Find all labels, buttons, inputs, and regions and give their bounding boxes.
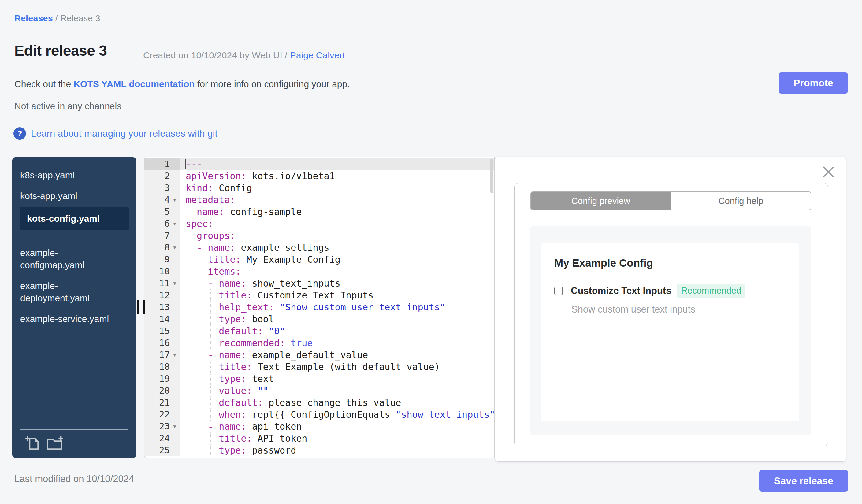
code-text[interactable]: spec: <box>180 218 494 230</box>
sidebar-actions <box>25 435 64 452</box>
code-line[interactable]: 12 title: Customize Text Inputs <box>144 289 494 301</box>
code-line[interactable]: 21 default: please change this value <box>144 397 494 409</box>
code-text[interactable]: - name: example_settings <box>180 242 494 253</box>
code-line[interactable]: 9 title: My Example Config <box>144 253 494 265</box>
code-text[interactable]: default: "0" <box>180 325 494 337</box>
indent-guide <box>210 445 211 456</box>
line-number: 20 <box>144 385 180 397</box>
code-line[interactable]: 15 default: "0" <box>144 325 494 337</box>
code-text[interactable]: title: Text Example (with default value) <box>180 361 494 373</box>
code-text[interactable]: groups: <box>180 230 494 242</box>
fold-widget-icon[interactable]: ▾ <box>171 349 178 361</box>
code-line[interactable]: 3kind: Config <box>144 182 494 194</box>
code-line[interactable]: 1--- <box>144 158 494 170</box>
code-text[interactable]: recommended: true <box>180 337 494 349</box>
tab-config-help[interactable]: Config help <box>670 192 811 210</box>
sidebar-file-kots-config-yaml[interactable]: kots-config.yaml <box>19 207 129 230</box>
code-line[interactable]: 11▾ - name: show_text_inputs <box>144 277 494 289</box>
code-line[interactable]: 10 items: <box>144 265 494 277</box>
code-text[interactable]: title: My Example Config <box>180 253 494 265</box>
code-line[interactable]: 14 type: bool <box>144 313 494 325</box>
add-file-icon[interactable] <box>25 435 39 452</box>
close-icon[interactable] <box>821 165 835 179</box>
code-line[interactable]: 22 when: repl{{ ConfigOptionEquals "show… <box>144 409 494 421</box>
code-text[interactable]: help_text: "Show custom user text inputs… <box>180 301 494 313</box>
code-text[interactable]: name: config-sample <box>180 206 494 218</box>
sidebar-file-example-configmap-yaml[interactable]: example-configmap.yaml <box>12 243 136 275</box>
code-text[interactable]: type: password <box>180 445 494 456</box>
promote-button[interactable]: Promote <box>779 72 848 94</box>
config-preview-area: My Example Config Customize Text Inputs … <box>531 226 811 435</box>
fold-widget-icon[interactable]: ▾ <box>171 194 178 206</box>
code-text[interactable]: kind: Config <box>180 182 494 194</box>
code-text[interactable]: title: Customize Text Inputs <box>180 289 494 301</box>
code-text[interactable]: type: text <box>180 373 494 385</box>
code-lines: 1---2apiVersion: kots.io/v1beta13kind: C… <box>144 158 494 456</box>
yaml-editor[interactable]: 1---2apiVersion: kots.io/v1beta13kind: C… <box>144 157 495 458</box>
code-text[interactable]: items: <box>180 265 494 277</box>
code-text[interactable]: value: "" <box>180 385 494 397</box>
save-release-button[interactable]: Save release <box>759 470 848 492</box>
editor-scrollbar-thumb[interactable] <box>490 159 493 193</box>
code-line[interactable]: 2apiVersion: kots.io/v1beta1 <box>144 170 494 182</box>
line-number: 17▾ <box>144 349 180 361</box>
code-text[interactable]: --- <box>180 158 494 170</box>
line-number: 19 <box>144 373 180 385</box>
tab-config-preview[interactable]: Config preview <box>531 192 670 210</box>
code-line[interactable]: 17▾ - name: example_default_value <box>144 349 494 361</box>
doc-line: Check out the KOTS YAML documentation fo… <box>14 79 350 89</box>
code-text[interactable]: - name: api_token <box>180 421 494 433</box>
code-text[interactable]: - name: show_text_inputs <box>180 277 494 289</box>
help-question-icon[interactable]: ? <box>13 127 26 140</box>
file-sidebar: k8s-app.yamlkots-app.yamlkots-config.yam… <box>12 157 136 458</box>
code-text[interactable]: title: API token <box>180 433 494 445</box>
line-number: 7 <box>144 230 180 242</box>
created-author-link[interactable]: Paige Calvert <box>290 50 345 60</box>
fold-widget-icon[interactable]: ▾ <box>171 277 178 289</box>
code-line[interactable]: 13 help_text: "Show custom user text inp… <box>144 301 494 313</box>
code-line[interactable]: 7 groups: <box>144 230 494 242</box>
line-number: 18 <box>144 361 180 373</box>
checkbox-help-text: Show custom user text inputs <box>571 304 695 315</box>
breadcrumb-releases-link[interactable]: Releases <box>14 13 53 23</box>
code-line[interactable]: 6▾spec: <box>144 218 494 230</box>
code-line[interactable]: 19 type: text <box>144 373 494 385</box>
config-tabs-container: Config previewConfig help My Example Con… <box>514 183 828 446</box>
line-number: 8▾ <box>144 242 180 253</box>
customize-text-inputs-checkbox[interactable] <box>554 287 563 295</box>
code-line[interactable]: 24 title: API token <box>144 433 494 445</box>
add-folder-icon[interactable] <box>47 435 64 452</box>
code-line[interactable]: 16 recommended: true <box>144 337 494 349</box>
git-releases-link[interactable]: Learn about managing your releases with … <box>31 128 218 139</box>
sidebar-resize-handle[interactable] <box>138 300 145 314</box>
indent-guide <box>210 433 211 445</box>
code-line[interactable]: 20 value: "" <box>144 385 494 397</box>
fold-widget-icon[interactable]: ▾ <box>171 242 178 253</box>
config-checkbox-row: Customize Text Inputs Recommended <box>554 284 745 297</box>
code-text[interactable]: default: please change this value <box>180 397 494 409</box>
sidebar-file-example-deployment-yaml[interactable]: example-deployment.yaml <box>12 277 136 308</box>
code-line[interactable]: 5 name: config-sample <box>144 206 494 218</box>
code-text[interactable]: - name: example_default_value <box>180 349 494 361</box>
sidebar-file-example-service-yaml[interactable]: example-service.yaml <box>12 309 136 329</box>
code-line[interactable]: 8▾ - name: example_settings <box>144 242 494 253</box>
channel-status: Not active in any channels <box>14 101 121 111</box>
line-number: 21 <box>144 397 180 409</box>
code-line[interactable]: 18 title: Text Example (with default val… <box>144 361 494 373</box>
code-text[interactable]: when: repl{{ ConfigOptionEquals "show_te… <box>180 409 494 421</box>
code-text[interactable]: metadata: <box>180 194 494 206</box>
code-text[interactable]: apiVersion: kots.io/v1beta1 <box>180 170 494 182</box>
code-line[interactable]: 4▾metadata: <box>144 194 494 206</box>
fold-widget-icon[interactable]: ▾ <box>171 218 178 230</box>
code-line[interactable]: 23▾ - name: api_token <box>144 421 494 433</box>
git-help-row: ? Learn about managing your releases wit… <box>13 127 218 140</box>
config-preview-card: My Example Config Customize Text Inputs … <box>541 243 799 422</box>
kots-yaml-doc-link[interactable]: KOTS YAML documentation <box>74 79 195 89</box>
code-text[interactable]: type: bool <box>180 313 494 325</box>
sidebar-file-kots-app-yaml[interactable]: kots-app.yaml <box>12 187 136 205</box>
sidebar-file-k8s-app-yaml[interactable]: k8s-app.yaml <box>12 166 136 185</box>
indent-guide <box>210 361 211 373</box>
line-number: 11▾ <box>144 277 180 289</box>
code-line[interactable]: 25 type: password <box>144 445 494 456</box>
fold-widget-icon[interactable]: ▾ <box>171 421 178 433</box>
